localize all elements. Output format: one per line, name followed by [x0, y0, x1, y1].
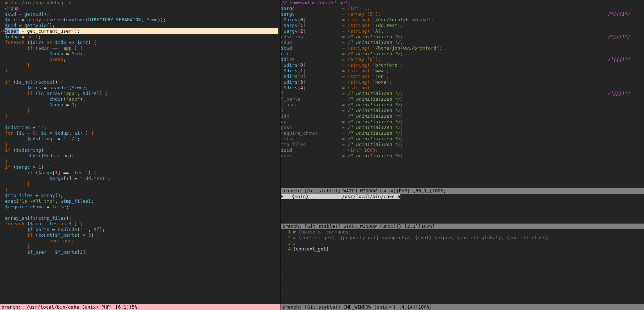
watch-code[interactable]: // Command = context_get;$argc = (int) 3… — [281, 0, 644, 188]
source-code[interactable]: #!/usr/bin/php-xdebug -q <?php $cwd = ge… — [0, 0, 281, 304]
watch-pane[interactable]: // Command = context_get;$argc = (int) 3… — [281, 0, 644, 194]
editor-root: #!/usr/bin/php-xdebug -q <?php $cwd = ge… — [0, 0, 644, 310]
cmd-code[interactable]: 1# Choice of commands:2# {context_get}, … — [281, 229, 644, 304]
stack-statusbar: branch: [Git(stable)] STACK_WINDOW (unix… — [281, 224, 644, 229]
cmd-statusbar: branch: [Git(stable)] CMD_WINDOW (unix){… — [281, 304, 644, 310]
watch-statusbar: branch: [Git(stable)] WATCH_WINDOW (unix… — [281, 188, 644, 194]
source-statusbar: branch: /usr/local/bin/cake (unix){PHP} … — [0, 304, 281, 310]
right-side: // Command = context_get;$argc = (int) 3… — [281, 0, 644, 310]
source-pane[interactable]: #!/usr/bin/php-xdebug -q <?php $cwd = ge… — [0, 0, 281, 310]
stack-pane[interactable]: 0 {main} /usr/local/bin/cake:6~~~ branch… — [281, 194, 644, 229]
stack-code[interactable]: 0 {main} /usr/local/bin/cake:6~~~ — [281, 194, 644, 224]
cmd-pane[interactable]: 1# Choice of commands:2# {context_get}, … — [281, 229, 644, 310]
